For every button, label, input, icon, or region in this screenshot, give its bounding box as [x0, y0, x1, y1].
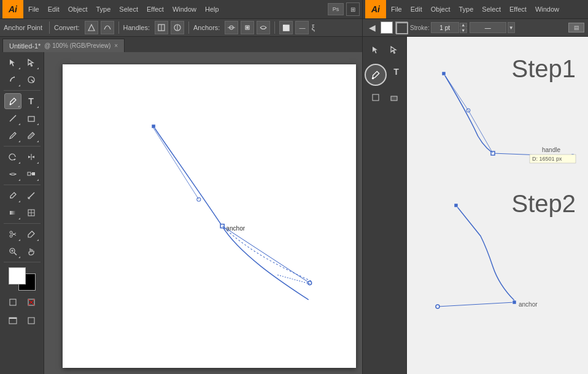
tool-rotate[interactable]	[4, 149, 21, 165]
color-boxes	[9, 267, 36, 291]
right-toolbar-prev[interactable]: ◀	[366, 23, 378, 32]
right-ai-logo: Ai	[365, 0, 386, 18]
convert-label: Convert:	[54, 24, 80, 31]
dash-btn[interactable]: —	[295, 21, 309, 34]
right-menu-edit[interactable]: Edit	[407, 4, 426, 14]
menu-file[interactable]: File	[25, 4, 43, 14]
right-view-mode[interactable]: ▤	[568, 23, 584, 32]
tool-blend-triangle	[37, 179, 39, 181]
tool-mirror[interactable]	[23, 149, 40, 165]
tool-line[interactable]	[4, 110, 21, 126]
tool-scissors[interactable]	[4, 226, 21, 242]
stroke-arrow-dropdown[interactable]: ▼	[508, 22, 515, 33]
tool-meshgradient[interactable]	[23, 205, 40, 221]
tool-row-screen-mode	[4, 313, 40, 329]
tool-gradient-triangle	[18, 218, 20, 219]
tool-type-triangle	[37, 106, 39, 108]
tool-color-mode-2[interactable]	[23, 294, 40, 310]
tool-row-9	[4, 205, 40, 221]
right-menu-type[interactable]: Type	[455, 4, 478, 14]
xi-icon[interactable]: ξ	[311, 23, 314, 32]
tool-row-8	[4, 188, 40, 204]
tool-screen-full[interactable]	[23, 313, 40, 329]
tool-eyedropper[interactable]	[4, 188, 21, 204]
stroke-down[interactable]: ▼	[460, 28, 467, 33]
tool-row-11	[4, 243, 40, 259]
tool-type[interactable]: T	[23, 93, 40, 109]
handles-btn-2[interactable]	[171, 21, 184, 34]
right-tool-extra-1[interactable]	[367, 90, 384, 105]
tool-hand[interactable]	[23, 243, 40, 259]
right-tool-select[interactable]	[367, 42, 384, 58]
stroke-box-icon[interactable]	[395, 21, 408, 34]
tool-blend[interactable]	[23, 166, 40, 182]
tool-row-color-mode	[4, 294, 40, 310]
document-tab[interactable]: Untitled-1* @ 100% (RGB/Preview) ×	[2, 39, 125, 52]
menu-effect[interactable]: Effect	[143, 4, 168, 14]
tool-color-mode-1[interactable]	[4, 294, 21, 310]
right-menu-effect[interactable]: Effect	[506, 4, 530, 14]
color-foreground[interactable]	[9, 267, 26, 284]
menu-type[interactable]: Type	[93, 4, 115, 14]
tool-width[interactable]	[4, 166, 21, 182]
right-tool-extra-2[interactable]	[385, 90, 403, 105]
tool-screen-normal[interactable]	[4, 313, 21, 329]
right-menu-file[interactable]: File	[387, 4, 406, 14]
convert-btn-1[interactable]	[85, 21, 98, 34]
right-menu-object[interactable]: Object	[427, 4, 454, 14]
right-menu-window[interactable]: Window	[532, 4, 563, 14]
right-tool-pen-circle[interactable]	[365, 64, 387, 86]
tool-paintbrush[interactable]	[4, 128, 21, 143]
view-btn[interactable]: ⬜	[279, 21, 293, 34]
svg-point-63	[436, 305, 439, 308]
stroke-value[interactable]: 1 pt	[431, 22, 459, 33]
stroke-arrow-select[interactable]: —	[470, 22, 506, 33]
tool-zoom[interactable]	[4, 243, 21, 259]
right-menu-select[interactable]: Select	[478, 4, 505, 14]
svg-rect-40	[28, 318, 34, 324]
separator1	[49, 21, 50, 34]
tool-lasso[interactable]	[23, 72, 40, 88]
anchors-btn-3[interactable]	[257, 21, 270, 34]
tool-row-5	[4, 128, 40, 143]
right-tool-type[interactable]: T	[388, 64, 405, 80]
tool-direct-select[interactable]	[23, 55, 40, 71]
tool-select[interactable]	[4, 55, 21, 71]
grid-icon[interactable]: ⊞	[346, 2, 360, 16]
tool-measure[interactable]	[23, 188, 40, 204]
tool-eraser[interactable]	[23, 226, 40, 242]
svg-rect-64	[513, 300, 516, 304]
svg-line-10	[14, 98, 16, 100]
left-canvas-area[interactable]: anchor	[44, 52, 362, 374]
menu-window[interactable]: Window	[169, 4, 200, 14]
right-tool-row-3	[367, 90, 403, 105]
svg-line-19	[28, 193, 34, 199]
tool-gradient[interactable]	[4, 205, 21, 221]
anchors-btn-2[interactable]	[241, 21, 254, 34]
left-ai-logo: Ai	[2, 0, 23, 18]
svg-point-18	[10, 197, 11, 199]
stroke-up[interactable]: ▲	[460, 23, 467, 28]
handles-btn-1[interactable]	[155, 21, 168, 34]
convert-btn-2[interactable]	[101, 21, 114, 34]
fill-swatch[interactable]	[381, 21, 393, 34]
menu-object[interactable]: Object	[64, 4, 91, 14]
tool-rect[interactable]	[23, 110, 40, 126]
tool-pen-triangle	[18, 105, 20, 107]
right-tool-direct-select[interactable]	[385, 42, 403, 58]
tab-close-btn[interactable]: ×	[114, 42, 118, 49]
svg-rect-41	[152, 124, 155, 128]
svg-rect-34	[10, 299, 16, 305]
menu-select[interactable]: Select	[115, 4, 142, 14]
tool-row-6	[4, 149, 40, 165]
menu-edit[interactable]: Edit	[44, 4, 63, 14]
anchors-btn-1[interactable]	[225, 21, 238, 34]
menu-help[interactable]: Help	[201, 4, 223, 14]
tool-warp[interactable]	[4, 72, 21, 88]
tab-bar: Untitled-1* @ 100% (RGB/Preview) ×	[0, 37, 362, 52]
svg-text:anchor: anchor	[519, 301, 538, 308]
svg-rect-51	[391, 96, 397, 101]
tool-pencil[interactable]	[23, 128, 40, 143]
toolbox-sep-1	[4, 90, 41, 91]
tool-pen[interactable]	[4, 93, 21, 109]
